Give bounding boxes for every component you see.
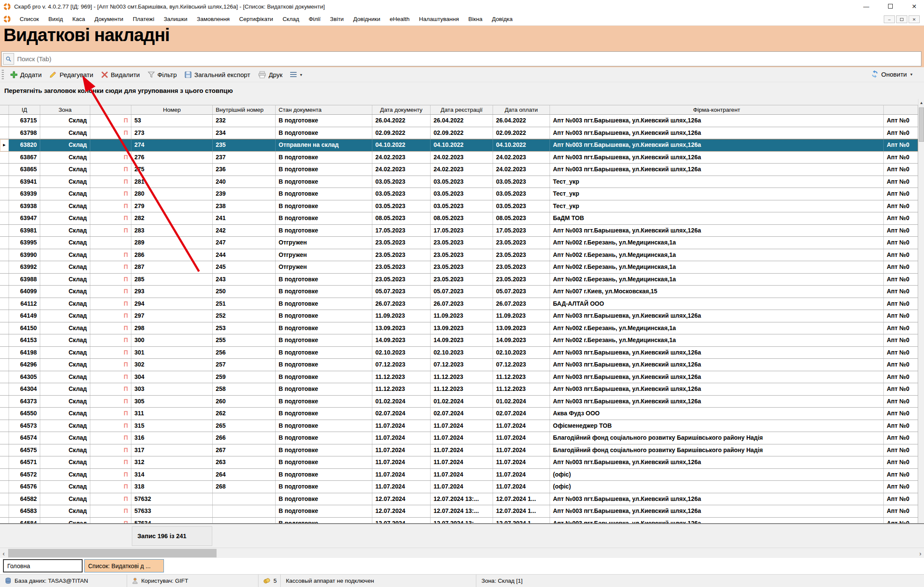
table-row[interactable]: 64304СкладП303258В подготовке11.12.20231…: [0, 383, 918, 396]
column-header-num[interactable]: Номер: [131, 105, 213, 114]
cell-num: 294: [131, 298, 213, 310]
table-row[interactable]: 63995Склад289247Отгружен23.05.202323.05.…: [0, 237, 918, 249]
table-row[interactable]: 64583СкладП57633В подготовке12.07.202412…: [0, 505, 918, 518]
menu-item-філії[interactable]: Філії: [304, 16, 325, 22]
table-row[interactable]: 63798СкладП273234В подготовке02.09.20220…: [0, 127, 918, 140]
table-row[interactable]: 64373СкладП305260В подготовке01.02.20240…: [0, 396, 918, 408]
scroll-up-icon[interactable]: ▲: [918, 99, 924, 107]
search-icon[interactable]: [3, 53, 14, 65]
menu-item-довідники[interactable]: Довідники: [348, 16, 385, 22]
tab-list-active[interactable]: Список: Видаткові д ...: [84, 559, 164, 572]
table-row[interactable]: 64575СкладП317267В подготовке11.07.20241…: [0, 444, 918, 457]
table-row[interactable]: 64574СкладП316266В подготовке11.07.20241…: [0, 432, 918, 444]
table-row[interactable]: 63941СкладП281240В подготовке03.05.20230…: [0, 176, 918, 188]
table-row[interactable]: ▸63820Склад274235Отправлен на склад04.10…: [0, 139, 918, 152]
delete-button[interactable]: Видалити: [97, 70, 144, 80]
table-row[interactable]: 64198СкладП301256В подготовке02.10.20230…: [0, 347, 918, 359]
edit-button[interactable]: Редагувати: [45, 69, 97, 80]
table-row[interactable]: 64296СкладП302257В подготовке07.12.20230…: [0, 359, 918, 371]
table-row[interactable]: 63981СкладП283242В подготовке17.05.20231…: [0, 225, 918, 237]
refresh-button[interactable]: Оновити ▾: [867, 69, 916, 79]
column-header-firm[interactable]: Фірма-контрагент: [550, 105, 884, 114]
table-row[interactable]: 63715СкладП53232В подготовке26.04.202226…: [0, 115, 918, 127]
export-button[interactable]: Загальний експорт: [181, 70, 254, 80]
menu-item-налаштування[interactable]: Налаштування: [414, 16, 463, 22]
table-row[interactable]: 64153СкладП300255В подготовке14.09.20231…: [0, 334, 918, 347]
add-button[interactable]: Додати: [6, 70, 45, 80]
menu-item-звіти[interactable]: Звіти: [325, 16, 348, 22]
menu-item-довідка[interactable]: Довідка: [487, 16, 517, 22]
scroll-right-icon[interactable]: ›: [917, 548, 924, 558]
cell-state: Отгружен: [276, 237, 372, 249]
table-row[interactable]: 63867СкладП276237В подготовке24.02.20232…: [0, 152, 918, 164]
mdi-close-button[interactable]: ✕: [909, 15, 920, 23]
column-header-zone[interactable]: Зона: [40, 105, 90, 114]
cell-d1: 12.07.2024: [372, 493, 431, 505]
cell-state: В подготовке: [276, 444, 372, 456]
column-header-tail[interactable]: [884, 105, 918, 114]
table-row[interactable]: 64305СкладП304259В подготовке11.12.20231…: [0, 371, 918, 384]
table-row[interactable]: 64112СкладП294251В подготовке26.07.20232…: [0, 298, 918, 310]
print-button[interactable]: Друк: [254, 70, 286, 80]
table-row[interactable]: 64582СкладП57632В подготовке12.07.202412…: [0, 493, 918, 506]
filter-button[interactable]: Фільтр: [144, 70, 181, 80]
table-row[interactable]: 63947СкладП282241В подготовке08.05.20230…: [0, 212, 918, 225]
cell-firm: Апт №003 пгт.Барышевка, ул.Киевский шлях…: [550, 383, 884, 395]
table-row[interactable]: 63939СкладП280239В подготовке03.05.20230…: [0, 188, 918, 200]
vertical-scrollbar[interactable]: ▲ ▼: [918, 99, 924, 548]
group-by-bar[interactable]: Перетягніть заголовок колонки сюди для у…: [0, 82, 924, 105]
search-input[interactable]: [14, 52, 921, 66]
table-row[interactable]: 64576СкладП318268В подготовке11.07.20241…: [0, 481, 918, 493]
table-row[interactable]: 63990СкладП286244Отгружен23.05.202323.05…: [0, 249, 918, 262]
cell-id: 63715: [9, 115, 40, 127]
mdi-restore-button[interactable]: [896, 15, 907, 23]
cell-p: П: [90, 505, 131, 517]
scroll-left-icon[interactable]: ‹: [0, 548, 7, 558]
column-header-id[interactable]: ІД: [9, 105, 40, 114]
column-header-p[interactable]: [90, 105, 131, 114]
menu-item-залишки[interactable]: Залишки: [159, 16, 192, 22]
menu-item-список[interactable]: Список: [15, 16, 44, 22]
column-header-inum[interactable]: Внутрішній номер: [213, 105, 276, 114]
column-header-marker[interactable]: [0, 105, 9, 114]
table-row[interactable]: 64099СкладП293250В подготовке05.07.20230…: [0, 286, 918, 298]
minimize-button[interactable]: —: [862, 3, 870, 10]
menu-item-документи[interactable]: Документи: [90, 16, 128, 22]
table-row[interactable]: 64573СкладП315265В подготовке11.07.20241…: [0, 420, 918, 432]
cell-zone: Склад: [40, 176, 90, 188]
mdi-minimize-button[interactable]: –: [884, 15, 895, 23]
menu-item-ehealth[interactable]: eHealth: [385, 16, 414, 22]
menu-item-сертифікати[interactable]: Сертифікати: [235, 16, 278, 22]
table-row[interactable]: 64584СкладП57634В подготовке12.07.202412…: [0, 518, 918, 523]
view-options-button[interactable]: ▾: [286, 71, 306, 79]
menu-item-замовлення[interactable]: Замовлення: [192, 16, 235, 22]
restore-button[interactable]: [886, 3, 894, 10]
table-row[interactable]: 64550СкладП311262В подготовке02.07.20240…: [0, 408, 918, 420]
horizontal-scroll-thumb[interactable]: [8, 549, 217, 557]
menu-item-вікна[interactable]: Вікна: [463, 16, 487, 22]
menu-item-склад[interactable]: Склад: [278, 16, 304, 22]
tab-home[interactable]: Головна: [3, 559, 83, 572]
cell-marker: [0, 420, 9, 432]
table-row[interactable]: 63938СкладП279238В подготовке03.05.20230…: [0, 200, 918, 213]
table-row[interactable]: 63865СкладП275236В подготовке24.02.20232…: [0, 164, 918, 176]
column-header-d2[interactable]: Дата реєстрації: [431, 105, 493, 114]
table-row[interactable]: 64150СкладП298253В подготовке13.09.20231…: [0, 322, 918, 335]
table-row[interactable]: 64571СкладП312263В подготовке11.07.20241…: [0, 456, 918, 469]
menu-item-вихід[interactable]: Вихід: [44, 16, 68, 22]
cell-inum: 264: [213, 469, 276, 481]
toolbar-grip[interactable]: [2, 70, 4, 79]
close-button[interactable]: ✕: [910, 3, 918, 10]
vertical-scroll-thumb[interactable]: [919, 107, 924, 142]
table-row[interactable]: 63988СкладП285243В подготовке23.05.20232…: [0, 274, 918, 286]
menu-item-каса[interactable]: Каса: [68, 16, 90, 22]
column-header-state[interactable]: Стан документа: [276, 105, 372, 114]
table-row[interactable]: 64149СкладП297252В подготовке11.09.20231…: [0, 310, 918, 322]
menu-item-платежі[interactable]: Платежі: [128, 16, 159, 22]
table-row[interactable]: 64572СкладП314264В подготовке11.07.20241…: [0, 469, 918, 481]
horizontal-scrollbar[interactable]: ‹ ›: [0, 548, 924, 558]
column-header-d1[interactable]: Дата документу: [372, 105, 431, 114]
column-header-d3[interactable]: Дата оплати: [493, 105, 550, 114]
table-row[interactable]: 63992СкладП287245Отгружен23.05.202323.05…: [0, 261, 918, 274]
cell-num: 280: [131, 188, 213, 200]
